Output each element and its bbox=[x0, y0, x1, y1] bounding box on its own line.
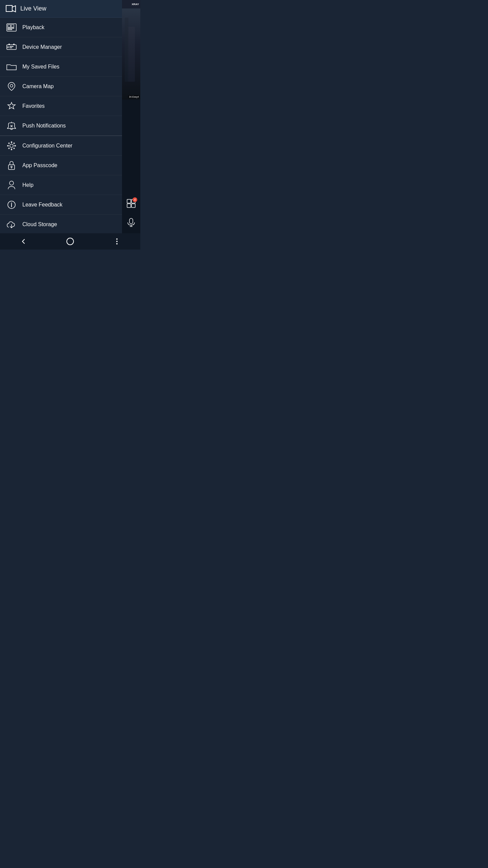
svg-rect-30 bbox=[14, 145, 16, 146]
svg-point-36 bbox=[11, 166, 12, 167]
svg-point-18 bbox=[7, 46, 9, 48]
svg-rect-27 bbox=[11, 141, 12, 143]
sidebar-item-app-passcode[interactable]: App Passcode bbox=[0, 156, 122, 175]
camera-preview: XRAY 34-Easy4 bbox=[122, 0, 140, 100]
sidebar-item-cloud-storage[interactable]: Cloud Storage bbox=[0, 215, 122, 234]
info-icon bbox=[5, 199, 18, 211]
svg-point-38 bbox=[9, 181, 14, 185]
grid-view-button[interactable]: 4 bbox=[124, 197, 138, 210]
preview-image: 34-Easy4 bbox=[122, 8, 140, 100]
sidebar-item-push-notifications[interactable]: Push Notifications bbox=[0, 116, 122, 136]
preview-top: XRAY bbox=[122, 0, 140, 8]
map-pin-icon bbox=[5, 80, 18, 93]
svg-point-44 bbox=[116, 241, 118, 242]
favorites-label: Favorites bbox=[22, 103, 45, 109]
back-button[interactable] bbox=[0, 233, 47, 250]
svg-rect-13 bbox=[8, 25, 11, 27]
cloud-storage-label: Cloud Storage bbox=[22, 221, 57, 228]
bottom-navigation bbox=[0, 233, 140, 250]
sidebar-item-playback[interactable]: Playback bbox=[0, 18, 122, 37]
device-manager-icon bbox=[5, 41, 18, 53]
svg-rect-33 bbox=[8, 147, 10, 149]
push-notifications-label: Push Notifications bbox=[22, 123, 66, 129]
svg-rect-21 bbox=[8, 44, 10, 45]
settings-icon bbox=[5, 140, 18, 152]
device-manager-label: Device Manager bbox=[22, 44, 62, 50]
configuration-center-label: Configuration Center bbox=[22, 143, 73, 149]
svg-rect-31 bbox=[8, 142, 10, 144]
svg-rect-20 bbox=[9, 47, 12, 48]
header-title: Live View bbox=[20, 5, 46, 12]
sidebar-item-help[interactable]: Help bbox=[0, 175, 122, 195]
sidebar: Live View Playback bbox=[0, 0, 122, 250]
right-panel-bottom: 4 bbox=[124, 100, 138, 250]
playback-label: Playback bbox=[22, 24, 44, 31]
svg-rect-14 bbox=[11, 25, 14, 27]
star-icon bbox=[5, 100, 18, 112]
right-panel: XRAY 34-Easy4 4 bbox=[122, 0, 140, 250]
svg-point-26 bbox=[10, 144, 13, 147]
svg-rect-7 bbox=[127, 204, 131, 208]
svg-rect-5 bbox=[127, 199, 131, 203]
folder-icon bbox=[5, 61, 18, 73]
sidebar-item-device-manager[interactable]: Device Manager bbox=[0, 37, 122, 57]
svg-point-43 bbox=[116, 238, 118, 240]
svg-rect-15 bbox=[8, 28, 14, 28]
svg-rect-28 bbox=[11, 149, 12, 150]
svg-rect-29 bbox=[7, 145, 9, 146]
sidebar-item-camera-map[interactable]: Camera Map bbox=[0, 77, 122, 96]
svg-rect-17 bbox=[7, 45, 16, 50]
notification-icon bbox=[5, 120, 18, 132]
cloud-icon bbox=[5, 218, 18, 231]
microphone-button[interactable] bbox=[124, 216, 138, 229]
help-label: Help bbox=[22, 182, 34, 188]
brand-text: XRAY bbox=[132, 3, 139, 6]
svg-rect-8 bbox=[131, 204, 135, 208]
sidebar-item-my-saved-files[interactable]: My Saved Files bbox=[0, 57, 122, 77]
svg-rect-16 bbox=[8, 29, 12, 30]
person-icon bbox=[5, 179, 18, 191]
svg-rect-34 bbox=[13, 147, 15, 149]
svg-point-23 bbox=[10, 84, 13, 87]
grid-badge: 4 bbox=[133, 197, 137, 202]
home-button[interactable] bbox=[47, 233, 94, 250]
my-saved-files-label: My Saved Files bbox=[22, 64, 59, 70]
header-left: Live View bbox=[5, 4, 46, 14]
svg-rect-9 bbox=[129, 218, 133, 224]
svg-point-42 bbox=[67, 238, 74, 245]
menu-items: Playback Device Manager bbox=[0, 18, 122, 234]
svg-point-45 bbox=[116, 243, 118, 244]
live-view-icon bbox=[5, 4, 16, 14]
leave-feedback-label: Leave Feedback bbox=[22, 202, 62, 208]
sidebar-header: Live View bbox=[0, 0, 122, 18]
sidebar-item-configuration-center[interactable]: Configuration Center bbox=[0, 136, 122, 156]
sidebar-item-favorites[interactable]: Favorites bbox=[0, 96, 122, 116]
svg-rect-19 bbox=[9, 46, 14, 47]
svg-rect-35 bbox=[8, 165, 15, 170]
app-passcode-label: App Passcode bbox=[22, 162, 57, 169]
options-button[interactable] bbox=[94, 233, 140, 250]
lock-icon bbox=[5, 159, 18, 172]
svg-point-41 bbox=[11, 202, 12, 203]
camera-label: 34-Easy4 bbox=[128, 95, 140, 98]
playback-icon bbox=[5, 21, 18, 34]
svg-rect-32 bbox=[13, 142, 15, 144]
camera-map-label: Camera Map bbox=[22, 83, 54, 90]
sidebar-item-leave-feedback[interactable]: Leave Feedback bbox=[0, 195, 122, 215]
svg-rect-22 bbox=[13, 44, 15, 45]
